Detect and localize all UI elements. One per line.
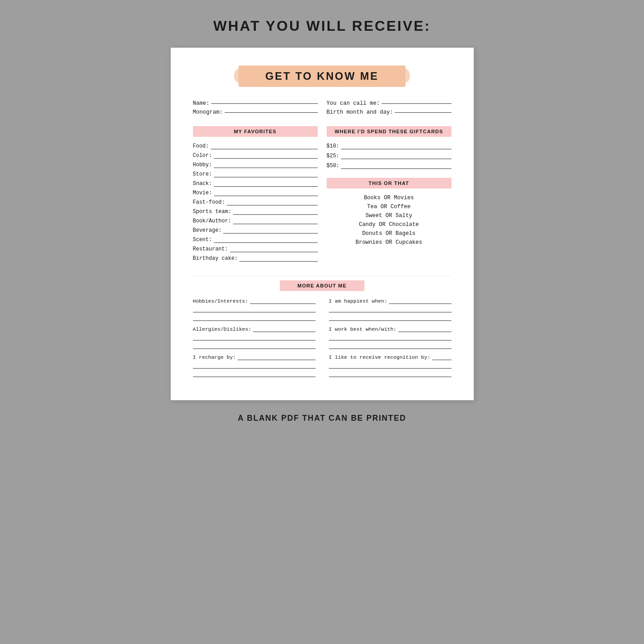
list-item: $10:: [327, 143, 451, 149]
workbest-inline-line: [398, 332, 451, 332]
list-item: Scent:: [193, 237, 318, 243]
main-two-col: My Favorites Food: Color: Hobby: Store: …: [193, 126, 451, 265]
workbest-line-2: [329, 343, 451, 349]
favorites-header: My Favorites: [193, 126, 318, 137]
recharge-line-1: [193, 362, 316, 369]
list-item: Books OR Movies: [327, 195, 451, 201]
doc-title: Get To Know Me: [265, 70, 379, 82]
list-item: Color:: [193, 152, 318, 159]
list-item: Tea OR Coffee: [327, 204, 451, 210]
item-label: Fast-food:: [193, 199, 225, 205]
more-left-col: Hobbies/Interests: Allergies/Dislikes:: [193, 298, 316, 382]
more-right-col: I am happiest when: I work best when/wit…: [329, 298, 451, 382]
callme-label: You can call me:: [327, 100, 380, 107]
list-item: Sports team:: [193, 209, 318, 215]
item-line: [227, 205, 318, 205]
document-card: Get To Know Me Name: You can call me: Mo…: [171, 48, 474, 400]
list-item: Donuts OR Bagels: [327, 230, 451, 237]
item-label: $25:: [327, 153, 340, 159]
item-line: [214, 168, 318, 168]
hobbies-line-2: [193, 315, 316, 321]
recharge-line-2: [193, 371, 316, 377]
allergies-label-row: Allergies/Dislikes:: [193, 326, 316, 332]
item-line: [239, 261, 317, 262]
allergies-line-1: [193, 334, 316, 340]
birthdate-field-row: Birth month and day:: [327, 109, 451, 115]
item-line: [214, 196, 318, 196]
recognition-line-2: [329, 371, 451, 377]
list-item: Beverage:: [193, 227, 318, 234]
item-line: [214, 242, 318, 243]
monogram-label: Monogram:: [193, 109, 223, 115]
recognition-line-1: [329, 362, 451, 369]
item-line: [214, 186, 318, 187]
item-label: $10:: [327, 143, 340, 149]
this-or-that-section: This Or That Books OR Movies Tea OR Coff…: [327, 178, 451, 246]
item-label: Movie:: [193, 190, 212, 196]
allergies-label: Allergies/Dislikes:: [193, 326, 251, 332]
page-header: What You Will Receive:: [213, 18, 431, 34]
list-item: Restaurant:: [193, 246, 318, 252]
title-brush: Get To Know Me: [238, 66, 406, 87]
recharge-label: I recharge by:: [193, 354, 236, 360]
item-label: Store:: [193, 171, 212, 177]
recharge-inline-line: [238, 360, 315, 360]
name-field-row: Name:: [193, 100, 318, 107]
item-line: [233, 224, 318, 224]
callme-field-row: You can call me:: [327, 100, 451, 107]
page-footer: A Blank PDF That Can Be Printed: [238, 414, 406, 423]
item-label: Food:: [193, 143, 209, 149]
allergies-group: Allergies/Dislikes:: [193, 326, 316, 349]
name-label: Name:: [193, 100, 209, 107]
happiest-group: I am happiest when:: [329, 298, 451, 321]
happiest-label-row: I am happiest when:: [329, 298, 451, 304]
favorites-column: My Favorites Food: Color: Hobby: Store: …: [193, 126, 318, 265]
birthdate-label: Birth month and day:: [327, 109, 394, 115]
more-grid: Hobbies/Interests: Allergies/Dislikes:: [193, 298, 451, 382]
item-label: Snack:: [193, 180, 212, 187]
birthdate-underline: [395, 112, 451, 113]
list-item: Movie:: [193, 190, 318, 196]
favorites-list: Food: Color: Hobby: Store: Snack: Movie:…: [193, 143, 318, 262]
happiest-line-1: [329, 306, 451, 312]
item-line: [341, 159, 451, 159]
hobbies-inline-line: [250, 304, 316, 304]
top-fields: Name: You can call me: Monogram: Birth m…: [193, 100, 451, 115]
item-line: [341, 168, 451, 169]
item-line: [211, 149, 318, 149]
item-label: Color:: [193, 152, 212, 159]
giftcards-header: Where I'd Spend These Giftcards: [327, 126, 451, 137]
giftcards-section: Where I'd Spend These Giftcards $10: $25…: [327, 126, 451, 169]
list-item: $25:: [327, 153, 451, 159]
hobbies-line-1: [193, 306, 316, 312]
more-about-me-section: More About Me Hobbies/Interests: Allergi…: [193, 275, 451, 382]
item-line: [341, 149, 451, 149]
workbest-group: I work best when/with:: [329, 326, 451, 349]
giftcard-list: $10: $25: $50:: [327, 143, 451, 169]
item-label: $50:: [327, 163, 340, 169]
item-line: [214, 177, 318, 177]
recharge-label-row: I recharge by:: [193, 354, 316, 360]
workbest-line-1: [329, 334, 451, 340]
list-item: $50:: [327, 163, 451, 169]
item-label: Hobby:: [193, 162, 212, 168]
list-item: Food:: [193, 143, 318, 149]
happiest-line-2: [329, 315, 451, 321]
right-column: Where I'd Spend These Giftcards $10: $25…: [327, 126, 451, 265]
item-line: [214, 158, 318, 159]
item-label: Beverage:: [193, 227, 222, 234]
allergies-line-2: [193, 343, 316, 349]
item-label: Restaurant:: [193, 246, 228, 252]
item-label: Scent:: [193, 237, 212, 243]
list-item: Fast-food:: [193, 199, 318, 205]
list-item: Sweet OR Salty: [327, 213, 451, 219]
list-item: Store:: [193, 171, 318, 177]
list-item: Birthday cake:: [193, 255, 318, 262]
happiest-label: I am happiest when:: [329, 298, 387, 304]
callme-underline: [381, 103, 451, 104]
happiest-inline-line: [389, 304, 451, 304]
hobbies-label: Hobbies/Interests:: [193, 298, 248, 304]
workbest-label-row: I work best when/with:: [329, 326, 451, 332]
item-line: [230, 252, 318, 252]
monogram-underline: [225, 112, 318, 113]
